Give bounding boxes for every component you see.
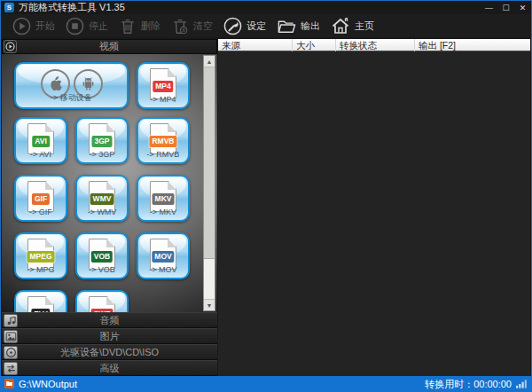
toolbar-button-clear[interactable]: 清空 — [168, 16, 215, 36]
format-badge: RMVB — [149, 136, 176, 147]
trash-clear-icon — [170, 16, 190, 36]
format-badge: 3GP — [91, 136, 112, 147]
tile-label: -> MPG — [16, 266, 66, 274]
minimize-button[interactable]: — — [481, 2, 497, 14]
column-header-size[interactable]: 大小 — [293, 39, 336, 51]
format-badge: MPEG — [27, 251, 54, 263]
format-badge: WMV — [90, 193, 114, 205]
sidebar-scrollbar[interactable]: ▲ ▼ — [203, 55, 215, 311]
toolbar-button-start[interactable]: 开始 — [10, 16, 57, 36]
column-header-status[interactable]: 转换状态 — [336, 39, 415, 51]
tile-label: -> MKV — [138, 208, 188, 216]
window-title: 万能格式转换工具 V1.35 — [19, 1, 125, 14]
trash-icon — [118, 16, 137, 36]
disc-icon — [4, 346, 18, 359]
sidebar-sections: 音频图片光驱设备\DVD\CD\ISO高级 — [2, 312, 217, 376]
tile-3gp[interactable]: 3GP-> 3GP — [75, 117, 129, 164]
picture-icon — [4, 330, 18, 343]
window-controls: — ☐ ✕ — [481, 1, 531, 14]
music-note-icon — [4, 314, 18, 327]
tile-label: -> WMV — [77, 208, 127, 216]
tile-label: -> MOV — [138, 266, 188, 274]
close-button[interactable]: ✕ — [514, 2, 531, 14]
tile-wmv[interactable]: WMV-> WMV — [75, 175, 129, 222]
queue-table-header: 来源大小转换状态输出 [F2] — [218, 39, 530, 51]
format-badge: AVI — [32, 136, 50, 147]
toolbar-button-label: 删除 — [141, 20, 160, 33]
toolbar-button-settings[interactable]: 设定 — [221, 16, 268, 36]
section-label: 光驱设备\DVD\CD\ISO — [18, 346, 201, 359]
maximize-button[interactable]: ☐ — [497, 2, 514, 14]
elapsed-time-text: 转换用时：00:00:00 — [425, 380, 512, 389]
tile-label: -> 移动设备 — [16, 94, 127, 102]
format-badge: GIF — [32, 193, 50, 205]
tile-vob[interactable]: VOB-> VOB — [75, 232, 129, 279]
status-bar: G:\WNOutput 转换用时：00:00:00 — [0, 376, 532, 392]
scrollbar-thumb[interactable] — [204, 67, 215, 259]
format-badge: MKV — [153, 193, 175, 205]
tile-avi[interactable]: AVI-> AVI — [14, 117, 67, 164]
folder-icon — [276, 16, 297, 36]
sidebar-section-advanced[interactable]: 高级 — [2, 360, 217, 376]
app-logo-icon: S — [4, 3, 14, 12]
column-header-source[interactable]: 来源 — [218, 39, 293, 51]
tile-label: -> RMVB — [138, 151, 188, 159]
section-label: 高级 — [18, 362, 201, 375]
toolbar-button-output[interactable]: 输出 — [274, 16, 322, 36]
tile-label: -> MP4 — [138, 96, 188, 104]
toolbar-button-stop[interactable]: 停止 — [63, 16, 110, 36]
format-badge: VOB — [91, 251, 113, 263]
tile-gif[interactable]: GIF-> GIF — [14, 175, 67, 222]
format-badge: SWF — [91, 309, 113, 312]
tile-rmvb[interactable]: RMVB-> RMVB — [137, 117, 190, 164]
section-label: 图片 — [18, 330, 201, 343]
sidebar-section-disc[interactable]: 光驱设备\DVD\CD\ISO — [2, 344, 217, 360]
tile-mpeg[interactable]: MPEG-> MPG — [14, 232, 67, 279]
stop-circle-icon — [65, 16, 85, 36]
home-icon — [330, 15, 351, 36]
tile-mp4[interactable]: MP4-> MP4 — [137, 62, 190, 109]
tile-label: -> AVI — [16, 151, 66, 159]
play-circle-icon — [12, 16, 32, 36]
video-play-icon — [4, 40, 17, 53]
toolbar-button-label: 设定 — [246, 20, 266, 33]
toolbar-button-label: 主页 — [355, 20, 374, 33]
format-badge: FLV — [31, 309, 50, 312]
sidebar-section-audio[interactable]: 音频 — [2, 312, 217, 328]
toolbar-button-delete[interactable]: 删除 — [116, 16, 162, 36]
tile-mkv[interactable]: MKV-> MKV — [137, 175, 190, 222]
sidebar-section-video[interactable]: 视频 — [2, 39, 217, 54]
tile-swf[interactable]: SWF — [75, 290, 129, 312]
format-badge: MOV — [152, 251, 174, 263]
section-label: 音频 — [18, 314, 201, 327]
scroll-down-icon[interactable]: ▼ — [204, 299, 215, 310]
video-section-label: 视频 — [17, 40, 201, 53]
column-header-output[interactable]: 输出 [F2] — [415, 39, 529, 51]
file-queue-panel: 来源大小转换状态输出 [F2] — [218, 39, 530, 376]
output-path-text: G:\WNOutput — [19, 380, 77, 389]
toolbar-button-label: 停止 — [89, 20, 108, 33]
video-format-grid: SWFFLVMOV-> MOVVOB-> VOBMPEG-> MPGMKV-> … — [2, 54, 217, 312]
tile-mov[interactable]: MOV-> MOV — [137, 232, 190, 279]
scroll-up-icon[interactable]: ▲ — [204, 56, 215, 67]
sidebar-section-image[interactable]: 图片 — [2, 328, 217, 344]
title-bar: S 万能格式转换工具 V1.35 — ☐ ✕ — [1, 1, 531, 14]
toolbar-button-label: 开始 — [35, 20, 55, 33]
toolbar-button-home[interactable]: 主页 — [328, 15, 376, 36]
tile-label: -> GIF — [16, 208, 66, 216]
tile-label: -> VOB — [77, 266, 127, 274]
output-folder-icon — [4, 376, 14, 392]
toolbar-button-label: 输出 — [301, 20, 320, 33]
tile-flv[interactable]: FLV — [14, 290, 67, 312]
wrench-circle-icon — [223, 16, 243, 36]
signal-bars-icon — [516, 376, 528, 392]
queue-table-body[interactable] — [218, 51, 530, 376]
app-window: S 万能格式转换工具 V1.35 — ☐ ✕ 开始停止删除清空设定输出主页 视频… — [0, 0, 532, 392]
tile-label: -> 3GP — [77, 151, 127, 159]
format-badge: MP4 — [153, 81, 173, 92]
swap-arrows-icon — [4, 362, 18, 375]
toolbar: 开始停止删除清空设定输出主页 — [1, 14, 531, 37]
format-sidebar: 视频 SWFFLVMOV-> MOVVOB-> VOBMPEG-> MPGMKV… — [2, 39, 217, 376]
tile-mobile[interactable]: -> 移动设备 — [14, 62, 129, 109]
toolbar-button-label: 清空 — [193, 20, 213, 33]
